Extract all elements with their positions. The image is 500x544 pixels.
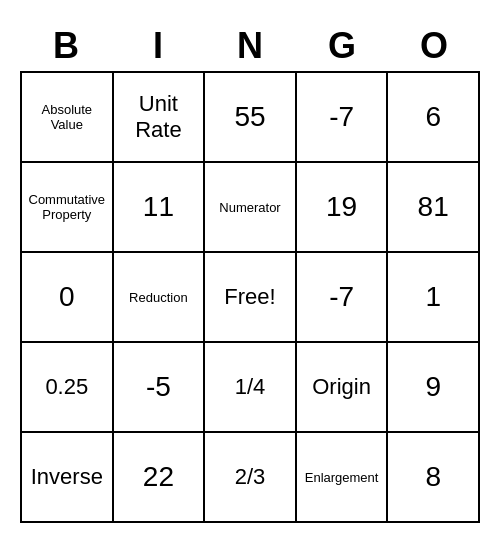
cell-1-4: 81	[388, 163, 480, 253]
cell-4-0: Inverse	[22, 433, 114, 523]
cell-2-1: Reduction	[114, 253, 206, 343]
cell-2-2: Free!	[205, 253, 297, 343]
cell-1-1: 11	[114, 163, 206, 253]
cell-3-3: Origin	[297, 343, 389, 433]
bingo-grid: Absolute ValueUnit Rate55-76Commutative …	[20, 71, 480, 523]
cell-text-1-0: Commutative Property	[26, 192, 108, 222]
cell-4-3: Enlargement	[297, 433, 389, 523]
cell-1-2: Numerator	[205, 163, 297, 253]
cell-2-4: 1	[388, 253, 480, 343]
cell-0-2: 55	[205, 73, 297, 163]
cell-3-2: 1/4	[205, 343, 297, 433]
cell-text-4-4: 8	[425, 461, 441, 493]
cell-text-0-3: -7	[329, 101, 354, 133]
cell-text-3-1: -5	[146, 371, 171, 403]
cell-text-3-0: 0.25	[45, 374, 88, 400]
cell-0-1: Unit Rate	[114, 73, 206, 163]
cell-0-4: 6	[388, 73, 480, 163]
cell-text-2-1: Reduction	[129, 290, 188, 305]
cell-4-1: 22	[114, 433, 206, 523]
cell-2-3: -7	[297, 253, 389, 343]
cell-2-0: 0	[22, 253, 114, 343]
cell-text-3-3: Origin	[312, 374, 371, 400]
header-letter-B: B	[20, 21, 112, 71]
header-letter-I: I	[112, 21, 204, 71]
cell-text-0-2: 55	[234, 101, 265, 133]
cell-text-0-4: 6	[425, 101, 441, 133]
header-letter-O: O	[388, 21, 480, 71]
cell-text-2-0: 0	[59, 281, 75, 313]
cell-0-0: Absolute Value	[22, 73, 114, 163]
cell-4-4: 8	[388, 433, 480, 523]
cell-1-0: Commutative Property	[22, 163, 114, 253]
header-letter-N: N	[204, 21, 296, 71]
cell-3-1: -5	[114, 343, 206, 433]
cell-3-0: 0.25	[22, 343, 114, 433]
cell-text-1-4: 81	[418, 191, 449, 223]
cell-text-3-4: 9	[425, 371, 441, 403]
bingo-header: BINGO	[20, 21, 480, 71]
cell-1-3: 19	[297, 163, 389, 253]
cell-text-4-2: 2/3	[235, 464, 266, 490]
bingo-card: BINGO Absolute ValueUnit Rate55-76Commut…	[20, 21, 480, 523]
cell-0-3: -7	[297, 73, 389, 163]
cell-text-2-4: 1	[425, 281, 441, 313]
cell-text-1-3: 19	[326, 191, 357, 223]
cell-text-3-2: 1/4	[235, 374, 266, 400]
cell-text-2-3: -7	[329, 281, 354, 313]
cell-text-0-0: Absolute Value	[26, 102, 108, 132]
header-letter-G: G	[296, 21, 388, 71]
cell-text-1-1: 11	[143, 191, 174, 223]
cell-text-4-3: Enlargement	[305, 470, 379, 485]
cell-text-0-1: Unit Rate	[118, 91, 200, 143]
cell-text-4-0: Inverse	[31, 464, 103, 490]
cell-text-4-1: 22	[143, 461, 174, 493]
cell-3-4: 9	[388, 343, 480, 433]
cell-4-2: 2/3	[205, 433, 297, 523]
cell-text-2-2: Free!	[224, 284, 275, 310]
cell-text-1-2: Numerator	[219, 200, 280, 215]
